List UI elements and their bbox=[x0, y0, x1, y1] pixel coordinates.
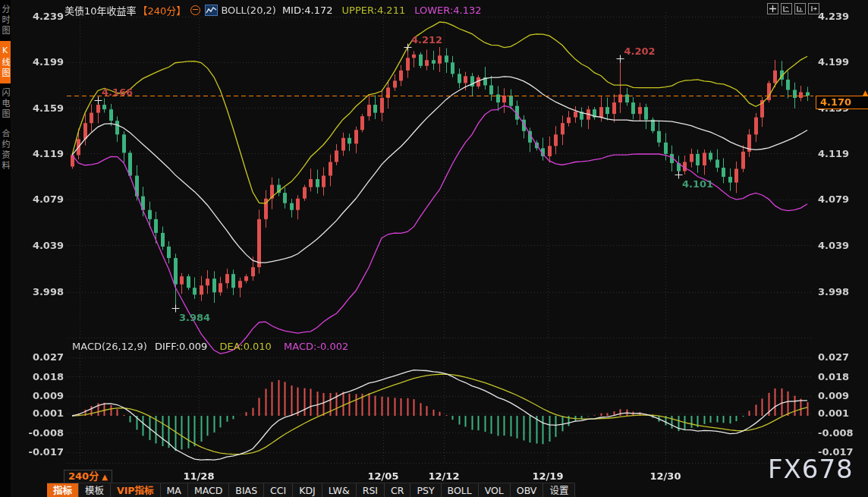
macd-axis-label-left: 0.009 bbox=[24, 391, 64, 401]
mini-chart-icon[interactable] bbox=[205, 5, 218, 16]
boll-upper-value: UPPER:4.211 bbox=[342, 5, 406, 16]
toolbar-button-VIP指标[interactable]: VIP指标 bbox=[111, 483, 161, 497]
axis-zoom-in-icon[interactable] bbox=[781, 3, 792, 14]
sidebar-tab-0[interactable]: 分时图 bbox=[0, 0, 11, 41]
macd-params-label: MACD(26,12,9) bbox=[72, 341, 147, 352]
price-annotation-4.101: 4.101 bbox=[682, 178, 713, 190]
price-up-arrow-icon: ▲ bbox=[863, 90, 868, 96]
interval-text: 240分 bbox=[68, 470, 99, 482]
left-tab-sidebar: 分时图K线图闪电图合约资料 bbox=[0, 0, 11, 497]
x-axis-date-label: 12/19 bbox=[533, 470, 564, 482]
price-annotation-4.202: 4.202 bbox=[624, 46, 656, 57]
price-annotation-4.166: 4.166 bbox=[102, 87, 133, 98]
boll-lower-value: LOWER:4.132 bbox=[414, 5, 481, 16]
toolbar-button-设置[interactable]: 设置 bbox=[543, 483, 575, 497]
toolbar-button-RSI[interactable]: RSI bbox=[357, 483, 385, 497]
price-axis-label-left: 4.239 bbox=[24, 11, 64, 22]
macd-axis-label-left: 0.027 bbox=[24, 352, 64, 363]
macd-axis-label-left: -0.008 bbox=[24, 428, 64, 439]
macd-axis-label-right: 0.009 bbox=[818, 391, 849, 401]
sidebar-tab-1[interactable]: K线图 bbox=[0, 41, 11, 83]
price-axis-label-right: 4.239 bbox=[818, 11, 849, 22]
macd-axis-label-right: 0.018 bbox=[818, 372, 849, 382]
price-axis-label-right: 4.119 bbox=[818, 149, 849, 159]
indicator-toolbar: 指标模板VIP指标MAMACDBIASCCIKDJLW&RSICRPSYBOLL… bbox=[47, 483, 575, 497]
toolbar-button-模板[interactable]: 模板 bbox=[79, 483, 111, 497]
toolbar-button-CCI[interactable]: CCI bbox=[264, 483, 293, 497]
current-price-value: 4.170 bbox=[820, 96, 851, 108]
macd-axis-label-left: 0.018 bbox=[24, 372, 64, 382]
chart-header: 美债10年收益率 【240分】 BOLL(20,2) MID:4.172 UPP… bbox=[64, 3, 482, 17]
current-price-tag: 4.170 ▲ bbox=[816, 96, 868, 109]
macd-dea-value: DEA:0.010 bbox=[219, 341, 272, 352]
axis-zoom-out-icon[interactable] bbox=[794, 3, 806, 14]
toolbar-button-BOLL[interactable]: BOLL bbox=[442, 483, 479, 497]
macd-axis-label-left: 0.001 bbox=[24, 408, 64, 419]
sidebar-tab-3[interactable]: 合约资料 bbox=[0, 124, 11, 176]
macd-macd-value: MACD:-0.002 bbox=[284, 341, 348, 352]
price-axis-label-right: 3.998 bbox=[818, 287, 849, 297]
toolbar-button-PSY[interactable]: PSY bbox=[410, 483, 441, 497]
minus-circle-icon[interactable] bbox=[190, 5, 200, 15]
x-axis-date-label: 12/05 bbox=[368, 470, 399, 482]
price-axis-label-left: 4.199 bbox=[24, 57, 64, 68]
x-axis-date-label: 12/12 bbox=[429, 470, 460, 482]
chart-tool-icons bbox=[767, 3, 819, 14]
sidebar-tab-2[interactable]: 闪电图 bbox=[0, 83, 11, 124]
watermark: FX678 bbox=[768, 454, 854, 484]
toolbar-button-MA[interactable]: MA bbox=[161, 483, 188, 497]
interval-up-arrow-icon: ▲ bbox=[102, 473, 108, 481]
interval-label: 【240分】 bbox=[138, 3, 187, 17]
macd-diff-value: DIFF:0.009 bbox=[155, 341, 207, 352]
toolbar-button-KDJ[interactable]: KDJ bbox=[293, 483, 322, 497]
price-axis-label-left: 4.159 bbox=[24, 103, 64, 114]
price-axis-label-left: 4.079 bbox=[24, 194, 64, 205]
toolbar-button-CR[interactable]: CR bbox=[385, 483, 410, 497]
price-annotation-3.984: 3.984 bbox=[179, 312, 210, 323]
axis-reset-icon[interactable] bbox=[808, 3, 819, 14]
symbol-title: 美债10年收益率 bbox=[64, 3, 137, 17]
boll-params-label: BOLL(20,2) bbox=[221, 5, 276, 16]
candlestick-chart-canvas[interactable] bbox=[0, 0, 868, 497]
price-axis-label-right: 4.079 bbox=[818, 194, 849, 205]
toolbar-button-LW&[interactable]: LW& bbox=[322, 483, 357, 497]
price-annotation-4.212: 4.212 bbox=[411, 34, 442, 46]
macd-axis-label-right: 0.027 bbox=[818, 352, 849, 363]
price-axis-label-right: 4.039 bbox=[818, 241, 849, 251]
macd-header: MACD(26,12,9) DIFF:0.009 DEA:0.010 MACD:… bbox=[72, 341, 348, 352]
toolbar-button-指标[interactable]: 指标 bbox=[47, 483, 79, 497]
x-axis-date-label: 11/28 bbox=[184, 470, 215, 482]
x-axis-date-label: 12/30 bbox=[650, 470, 681, 482]
toolbar-button-MACD[interactable]: MACD bbox=[188, 483, 229, 497]
boll-mid-value: MID:4.172 bbox=[282, 5, 333, 16]
pan-icon[interactable] bbox=[767, 3, 778, 14]
interval-selector[interactable]: 240分▲ bbox=[64, 470, 112, 483]
macd-axis-label-right: 0.001 bbox=[818, 408, 849, 419]
toolbar-button-BIAS[interactable]: BIAS bbox=[229, 483, 264, 497]
toolbar-button-VOL[interactable]: VOL bbox=[479, 483, 511, 497]
macd-axis-label-right: -0.008 bbox=[818, 428, 854, 439]
macd-axis-label-left: -0.017 bbox=[24, 447, 64, 458]
price-axis-label-left: 4.119 bbox=[24, 149, 64, 159]
price-axis-label-left: 3.998 bbox=[24, 287, 64, 297]
chart-app: 分时图K线图闪电图合约资料 美债10年收益率 【240分】 BOLL(20,2)… bbox=[0, 0, 868, 497]
price-axis-label-right: 4.199 bbox=[818, 57, 849, 68]
price-axis-label-left: 4.039 bbox=[24, 241, 64, 251]
toolbar-button-OBV[interactable]: OBV bbox=[511, 483, 544, 497]
